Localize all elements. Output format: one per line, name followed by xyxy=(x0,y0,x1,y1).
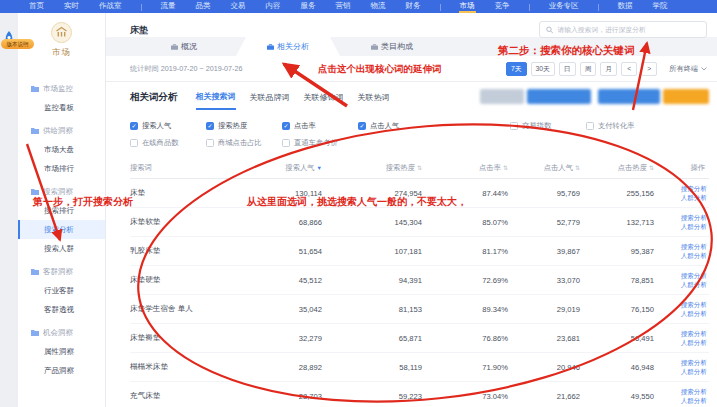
audience-analysis-link[interactable]: 人群分析 xyxy=(681,397,707,405)
audience-analysis-link[interactable]: 人群分析 xyxy=(681,368,707,376)
click-heat-cell: 56,491 xyxy=(582,334,656,343)
checkbox-box xyxy=(130,139,138,147)
tab-label: 相关分析 xyxy=(277,41,309,52)
date-btn-week[interactable]: 周 xyxy=(580,62,597,76)
tab-category-composition[interactable]: 类目构成 xyxy=(340,37,444,56)
sidebar-section-search-insight[interactable]: 搜索洞察 xyxy=(18,182,105,201)
date-btn-30d[interactable]: 30天 xyxy=(531,62,555,76)
nav-item-bizzone[interactable]: 业务专区 xyxy=(548,1,580,13)
keyword-cell[interactable]: 床垫硬垫 xyxy=(130,275,238,285)
sidebar-item-product-insight[interactable]: 产品洞察 xyxy=(18,361,105,380)
sidebar-section-customer-insight[interactable]: 客群洞察 xyxy=(18,262,105,281)
checkbox-mall-click-share[interactable]: 商城点击占比 xyxy=(206,138,282,148)
checkbox-ztc-ref-price[interactable]: 直通车参考价 xyxy=(282,138,358,148)
audience-analysis-link[interactable]: 人群分析 xyxy=(681,223,707,231)
sidebar-item-search-ranking[interactable]: 搜索排行 xyxy=(18,201,105,220)
tab-overview[interactable]: 概况 xyxy=(132,37,236,56)
nav-item-trade[interactable]: 交易 xyxy=(230,1,247,13)
version-badge[interactable]: 版本说明 xyxy=(1,39,34,49)
nav-item-academy[interactable]: 学院 xyxy=(652,1,669,13)
search-analysis-link[interactable]: 搜索分析 xyxy=(681,359,707,367)
date-btn-7d[interactable]: 7天 xyxy=(506,62,527,76)
nav-item-traffic[interactable]: 流量 xyxy=(160,1,177,13)
nav-item-finance[interactable]: 财务 xyxy=(405,1,422,13)
sidebar-item-market-overview[interactable]: 市场大盘 xyxy=(18,140,105,159)
col-search-popularity[interactable]: 搜索人气 ▼ xyxy=(238,163,324,173)
search-analysis-link[interactable]: 搜索分析 xyxy=(681,301,707,309)
keyword-cell[interactable]: 床垫学生宿舍 单人 xyxy=(130,304,238,314)
sidebar-item-search-audience[interactable]: 搜索人群 xyxy=(18,239,105,258)
audience-analysis-link[interactable]: 人群分析 xyxy=(681,339,707,347)
col-click-heat[interactable]: 点击热度 ⇅ xyxy=(582,163,656,173)
search-input[interactable] xyxy=(557,26,700,33)
checkbox-click-popularity[interactable]: 点击人气 xyxy=(358,121,434,131)
nav-item-category[interactable]: 品类 xyxy=(195,1,212,13)
keyword-cell[interactable]: 床垫 xyxy=(130,188,238,198)
sidebar-section-market-monitor[interactable]: 市场监控 xyxy=(18,79,105,98)
pager-prev-button[interactable]: < xyxy=(621,62,637,76)
search-analysis-link[interactable]: 搜索分析 xyxy=(681,243,707,251)
col-click-rate[interactable]: 点击率 ⇅ xyxy=(424,163,510,173)
col-search-heat[interactable]: 搜索热度 ⇅ xyxy=(324,163,424,173)
audience-analysis-link[interactable]: 人群分析 xyxy=(681,310,707,318)
related-words-table: 搜索词 搜索人气 ▼ 搜索热度 ⇅ 点击率 ⇅ 点击人气 ⇅ 点击热度 ⇅ 操作… xyxy=(106,158,717,407)
audience-analysis-link[interactable]: 人群分析 xyxy=(681,281,707,289)
keyword-cell[interactable]: 乳胶床垫 xyxy=(130,246,238,256)
search-analysis-link[interactable]: 搜索分析 xyxy=(681,388,707,396)
blurred-button[interactable] xyxy=(527,89,591,104)
subtab-hot-words[interactable]: 关联热词 xyxy=(358,86,390,109)
sidebar-item-monitor-board[interactable]: 监控看板 xyxy=(18,98,105,117)
sidebar-item-attribute-insight[interactable]: 属性洞察 xyxy=(18,342,105,361)
sidebar-item-search-analysis[interactable]: 搜索分析 xyxy=(18,220,105,239)
blurred-button[interactable] xyxy=(663,89,709,104)
checkbox-click-rate[interactable]: 点击率 xyxy=(282,121,358,131)
sidebar-item-industry-customer[interactable]: 行业客群 xyxy=(18,281,105,300)
checkbox-pay-conversion[interactable]: 支付转化率 xyxy=(586,121,662,131)
nav-item-data[interactable]: 数据 xyxy=(617,1,634,13)
sidebar-section-opportunity-insight[interactable]: 机会洞察 xyxy=(18,323,105,342)
blurred-button[interactable] xyxy=(480,89,524,104)
search-analysis-link[interactable]: 搜索分析 xyxy=(681,330,707,338)
sidebar-item-market-ranking[interactable]: 市场排行 xyxy=(18,159,105,178)
sidebar-item-customer-perspective[interactable]: 客群透视 xyxy=(18,300,105,319)
search-popularity-cell: 45,512 xyxy=(238,276,324,285)
search-analysis-link[interactable]: 搜索分析 xyxy=(681,272,707,280)
nav-item-warroom[interactable]: 作战室 xyxy=(98,1,123,13)
nav-item-competition[interactable]: 竞争 xyxy=(494,1,511,13)
subtab-related-search-words[interactable]: 相关搜索词 xyxy=(196,85,236,110)
nav-item-content[interactable]: 内容 xyxy=(265,1,282,13)
pager-next-button[interactable]: > xyxy=(641,62,657,76)
checkbox-label: 支付转化率 xyxy=(598,121,634,131)
subtab-modifier-words[interactable]: 关联修饰词 xyxy=(304,86,344,109)
subtab-brand-words[interactable]: 关联品牌词 xyxy=(250,86,290,109)
keyword-cell[interactable]: 充气床垫 xyxy=(130,391,238,401)
nav-divider xyxy=(440,4,441,11)
nav-item-home[interactable]: 首页 xyxy=(28,1,45,13)
blurred-button[interactable] xyxy=(598,89,660,104)
nav-item-marketing[interactable]: 营销 xyxy=(335,1,352,13)
col-click-popularity[interactable]: 点击人气 ⇅ xyxy=(510,163,582,173)
date-btn-day[interactable]: 日 xyxy=(559,62,576,76)
search-analysis-link[interactable]: 搜索分析 xyxy=(681,214,707,222)
checkbox-online-products[interactable]: 在线商品数 xyxy=(130,138,206,148)
tab-related-analysis[interactable]: 相关分析 xyxy=(236,37,340,56)
sidebar-section-supply-insight[interactable]: 供给洞察 xyxy=(18,121,105,140)
nav-item-market-active[interactable]: 市场 xyxy=(459,1,476,13)
checkbox-trade-index[interactable]: 交易指数 xyxy=(510,121,586,131)
terminal-filter-dropdown[interactable]: 所有终端 xyxy=(669,64,707,74)
nav-item-logistics[interactable]: 物流 xyxy=(370,1,387,13)
audience-analysis-link[interactable]: 人群分析 xyxy=(681,252,707,260)
date-btn-month[interactable]: 月 xyxy=(600,62,617,76)
nav-item-realtime[interactable]: 实时 xyxy=(63,1,80,13)
keyword-cell[interactable]: 床垫软垫 xyxy=(130,217,238,227)
keyword-cell[interactable]: 床垫褥垫 xyxy=(130,333,238,343)
nav-item-service[interactable]: 服务 xyxy=(300,1,317,13)
checkbox-search-popularity[interactable]: 搜索人气 xyxy=(130,121,206,131)
filter-row-1: 搜索人气 搜索热度 点击率 点击人气 交易指数 支付转化率 xyxy=(130,119,717,133)
search-analysis-link[interactable]: 搜索分析 xyxy=(681,185,707,193)
checkbox-label: 在线商品数 xyxy=(142,138,178,148)
keyword-cell[interactable]: 榻榻米床垫 xyxy=(130,362,238,372)
audience-analysis-link[interactable]: 人群分析 xyxy=(681,194,707,202)
checkbox-search-heat[interactable]: 搜索热度 xyxy=(206,121,282,131)
keyword-search-box[interactable] xyxy=(539,21,707,38)
